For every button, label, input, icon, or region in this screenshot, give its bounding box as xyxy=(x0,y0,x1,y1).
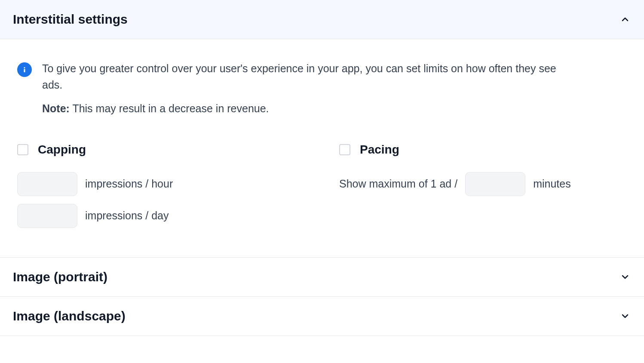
svg-point-0 xyxy=(24,67,25,68)
note-text: This may result in a decrease in revenue… xyxy=(70,102,269,114)
chevron-down-icon xyxy=(619,271,631,283)
info-banner: To give you greater control over your us… xyxy=(17,61,627,117)
info-note: Note: This may result in a decrease in r… xyxy=(42,101,558,117)
pacing-suffix: minutes xyxy=(533,178,571,190)
image-landscape-title: Image (landscape) xyxy=(13,309,126,323)
capping-checkbox[interactable] xyxy=(17,144,28,155)
interstitial-settings-body: To give you greater control over your us… xyxy=(0,39,644,258)
note-label: Note: xyxy=(42,102,70,114)
pacing-header: Pacing xyxy=(339,143,627,157)
capping-label: Capping xyxy=(38,143,86,157)
impressions-day-label: impressions / day xyxy=(85,209,169,222)
chevron-down-icon xyxy=(619,310,631,322)
pacing-checkbox[interactable] xyxy=(339,144,350,155)
pacing-row: Show maximum of 1 ad / minutes xyxy=(339,172,627,196)
info-text: To give you greater control over your us… xyxy=(42,61,558,117)
pacing-column: Pacing Show maximum of 1 ad / minutes xyxy=(339,143,627,236)
impressions-hour-input[interactable] xyxy=(17,172,77,196)
capping-column: Capping impressions / hour impressions /… xyxy=(17,143,305,236)
pacing-prefix: Show maximum of 1 ad / xyxy=(339,178,457,190)
svg-rect-1 xyxy=(24,69,25,73)
impressions-hour-row: impressions / hour xyxy=(17,172,305,196)
pacing-minutes-input[interactable] xyxy=(465,172,525,196)
info-description: To give you greater control over your us… xyxy=(42,61,558,93)
capping-header: Capping xyxy=(17,143,305,157)
interstitial-settings-title: Interstitial settings xyxy=(13,12,128,27)
image-portrait-header[interactable]: Image (portrait) xyxy=(0,258,644,297)
image-portrait-title: Image (portrait) xyxy=(13,270,107,284)
impressions-day-input[interactable] xyxy=(17,204,77,228)
image-landscape-header[interactable]: Image (landscape) xyxy=(0,297,644,336)
chevron-up-icon xyxy=(619,13,631,25)
impressions-hour-label: impressions / hour xyxy=(85,178,173,190)
info-icon xyxy=(17,62,32,77)
pacing-label: Pacing xyxy=(360,143,399,157)
interstitial-settings-header[interactable]: Interstitial settings xyxy=(0,0,644,39)
impressions-day-row: impressions / day xyxy=(17,204,305,228)
